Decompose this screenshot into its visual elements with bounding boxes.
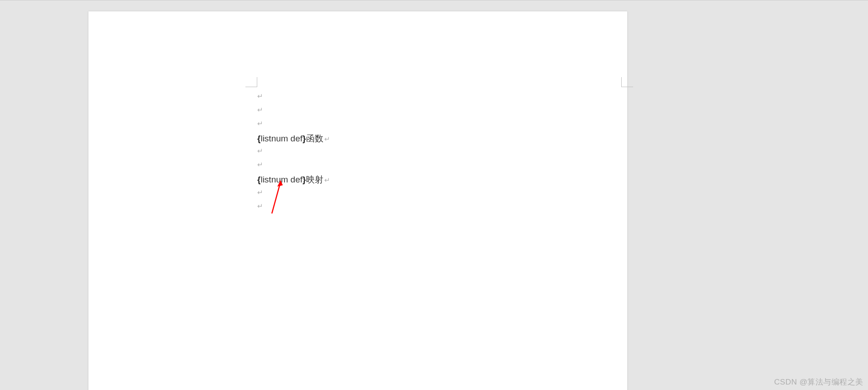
paragraph-empty[interactable]: ↵ bbox=[257, 187, 330, 201]
field-brace-open: { bbox=[257, 173, 260, 187]
paragraph-mark-icon: ↵ bbox=[257, 104, 263, 115]
paragraph-empty[interactable]: ↵ bbox=[257, 91, 330, 104]
paragraph-mark-icon: ↵ bbox=[257, 187, 263, 198]
margin-corner-top-left bbox=[245, 77, 257, 87]
paragraph-empty[interactable]: ↵ bbox=[257, 104, 330, 118]
field-code-line[interactable]: { listnum def } 函数 ↵ bbox=[257, 132, 330, 146]
document-content[interactable]: ↵ ↵ ↵ { listnum def } 函数 ↵ ↵ ↵ { listnum… bbox=[257, 91, 330, 214]
paragraph-mark-icon: ↵ bbox=[257, 91, 263, 102]
paragraph-empty[interactable]: ↵ bbox=[257, 146, 330, 159]
paragraph-empty[interactable]: ↵ bbox=[257, 201, 330, 214]
paragraph-text[interactable]: 映射 bbox=[306, 173, 323, 187]
paragraph-mark-icon: ↵ bbox=[257, 201, 263, 212]
field-brace-close: } bbox=[302, 132, 306, 146]
field-code-text[interactable]: listnum def bbox=[260, 132, 302, 146]
margin-corner-top-right bbox=[621, 77, 633, 87]
field-brace-open: { bbox=[257, 132, 260, 146]
paragraph-mark-icon: ↵ bbox=[257, 159, 263, 170]
paragraph-empty[interactable]: ↵ bbox=[257, 159, 330, 173]
paragraph-mark-icon: ↵ bbox=[324, 134, 330, 145]
document-page[interactable]: ↵ ↵ ↵ { listnum def } 函数 ↵ ↵ ↵ { listnum… bbox=[88, 11, 627, 390]
paragraph-mark-icon: ↵ bbox=[324, 175, 330, 186]
paragraph-mark-icon: ↵ bbox=[257, 146, 263, 156]
paragraph-text[interactable]: 函数 bbox=[306, 132, 323, 146]
paragraph-empty[interactable]: ↵ bbox=[257, 118, 330, 132]
paragraph-mark-icon: ↵ bbox=[257, 118, 263, 129]
field-code-line[interactable]: { listnum def } 映射 ↵ bbox=[257, 173, 330, 187]
field-code-text[interactable]: listnum def bbox=[260, 173, 302, 187]
watermark-text: CSDN @算法与编程之美 bbox=[774, 377, 863, 387]
field-brace-close: } bbox=[302, 173, 306, 187]
